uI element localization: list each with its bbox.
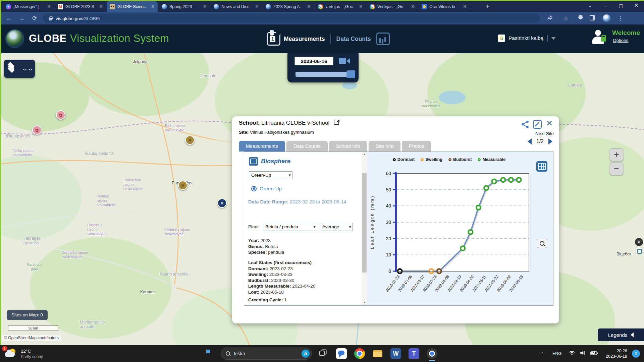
- protocol-select[interactable]: Green-Up: [249, 171, 292, 179]
- teams-icon[interactable]: T: [409, 348, 419, 359]
- map-marker-pink[interactable]: ✿: [56, 110, 65, 120]
- scrollbar-thumb[interactable]: [362, 173, 367, 273]
- date-input[interactable]: 2023-06-16: [294, 57, 333, 65]
- extensions-puzzle-icon[interactable]: [577, 15, 584, 22]
- maximize-button[interactable]: ▢: [613, 0, 629, 12]
- map-attribution[interactable]: © OpenStreetMap contributors: [2, 335, 61, 341]
- biosphere-table-icon[interactable]: [249, 157, 258, 166]
- panel-tab-photos[interactable]: Photos: [402, 141, 431, 152]
- date-slider[interactable]: [296, 72, 351, 77]
- panel-tab-school-info[interactable]: School Info: [329, 141, 368, 152]
- nav-data-counts[interactable]: Data Counts: [336, 36, 371, 43]
- panel-tab-data-counts[interactable]: Data Counts: [286, 141, 328, 152]
- nav-measurements[interactable]: Measurements: [284, 36, 325, 43]
- forward-button[interactable]: →: [17, 14, 26, 23]
- notification-badge[interactable]: 2: [632, 350, 640, 358]
- start-button[interactable]: [206, 350, 214, 358]
- sidebar-scrollbar[interactable]: ▲ ▼: [362, 152, 367, 305]
- browser-tab[interactable]: News and Disc ✕: [211, 1, 262, 12]
- bookmark-star-icon[interactable]: ☆: [562, 15, 570, 22]
- tab-close-icon[interactable]: ✕: [306, 4, 312, 9]
- browser-tab[interactable]: Vertėjas - „Go ✕: [367, 1, 418, 12]
- share-icon[interactable]: [546, 15, 553, 22]
- map-marker-olive[interactable]: ✕: [178, 181, 187, 190]
- globe-logo[interactable]: [5, 29, 24, 48]
- close-window-button[interactable]: ✕: [629, 0, 644, 12]
- file-explorer-icon[interactable]: [372, 348, 383, 359]
- taskbar-weather-widget[interactable]: 1 22°C Partly sunny: [3, 347, 43, 361]
- browser-menu-icon[interactable]: ⋮: [616, 15, 624, 22]
- address-bar[interactable]: vis.globe.gov/GLOBE/: [43, 14, 540, 23]
- keyboard-language[interactable]: ENG: [552, 351, 561, 356]
- panel-tab-site-info[interactable]: Site Info: [369, 141, 400, 152]
- map-marker-olive[interactable]: ✕: [185, 135, 195, 145]
- edit-pencil-icon[interactable]: [533, 120, 542, 129]
- map-zoom-out-button[interactable]: −: [610, 163, 623, 175]
- reload-button[interactable]: ⟳: [30, 14, 39, 23]
- battery-icon[interactable]: [590, 351, 598, 357]
- language-caret-icon[interactable]: [551, 37, 556, 40]
- lock-icon[interactable]: [49, 16, 52, 20]
- map-layers-control[interactable]: ⌄⌄: [4, 60, 35, 78]
- scroll-down-icon[interactable]: ▼: [362, 300, 367, 305]
- browser-tab[interactable]: Orai Vilnius bi ✕: [419, 1, 470, 12]
- side-panel-icon[interactable]: [590, 15, 595, 20]
- map-marker-navy[interactable]: ✕: [217, 198, 227, 208]
- browser-tab[interactable]: GLOBE 2023 S ✕: [55, 1, 106, 12]
- browser-tab[interactable]: Spring 2023 - ✕: [159, 1, 210, 12]
- browser-tab[interactable]: „Messenger" | ✕: [3, 1, 54, 12]
- chrome-icon[interactable]: [354, 348, 365, 359]
- language-select-label[interactable]: Pasirinkti kalbą: [508, 35, 543, 41]
- external-link-icon[interactable]: [334, 120, 339, 125]
- tab-close-icon[interactable]: ✕: [150, 4, 156, 9]
- tab-search-icon[interactable]: ⌄: [582, 0, 598, 12]
- aggregation-select[interactable]: Average: [320, 223, 353, 231]
- map-zoom-in-button[interactable]: +: [610, 148, 623, 161]
- tab-close-icon[interactable]: ✕: [358, 4, 364, 9]
- chart-magnifier-button[interactable]: [537, 239, 547, 248]
- tray-expand-icon[interactable]: ⌃: [541, 352, 544, 356]
- date-slider-handle[interactable]: [346, 70, 355, 78]
- legends-toggle[interactable]: Legends: [598, 328, 644, 341]
- browser-tab[interactable]: GLOBE Scienc ✕: [107, 1, 158, 12]
- scroll-up-icon[interactable]: ▲: [362, 152, 367, 157]
- greenup-radio[interactable]: [251, 186, 257, 191]
- browser-tab[interactable]: vertėjas - „Goc ✕: [315, 1, 366, 12]
- tab-close-icon[interactable]: ✕: [254, 4, 260, 9]
- prev-site-arrow[interactable]: [528, 138, 532, 144]
- plant-details: Year: 2023Genus: BetulaSpecies: pendula: [248, 238, 284, 255]
- taskbar-search[interactable]: Ieška b: [221, 348, 312, 360]
- tab-close-icon[interactable]: ✕: [46, 4, 52, 9]
- task-view-icon[interactable]: [318, 348, 329, 359]
- new-tab-button[interactable]: +: [484, 2, 492, 10]
- measurements-calendar-icon[interactable]: [267, 32, 280, 46]
- profile-avatar[interactable]: [603, 14, 610, 22]
- chat-icon[interactable]: [336, 348, 347, 359]
- minimize-button[interactable]: —: [598, 0, 613, 12]
- volume-icon[interactable]: [580, 351, 586, 357]
- animation-camera-icon[interactable]: [339, 57, 351, 65]
- plant-select[interactable]: Betula / pendula: [263, 223, 317, 231]
- chrome-active-icon[interactable]: [427, 348, 437, 359]
- share-site-icon[interactable]: [521, 120, 530, 129]
- word-icon[interactable]: W: [390, 348, 401, 359]
- browser-tab[interactable]: 2023 Spring A ✕: [263, 1, 314, 12]
- tab-close-icon[interactable]: ✕: [202, 4, 208, 9]
- back-button[interactable]: ←: [5, 14, 13, 23]
- tab-close-icon[interactable]: ✕: [410, 4, 416, 9]
- next-site-arrow[interactable]: [548, 138, 552, 144]
- tab-close-icon[interactable]: ✕: [98, 4, 104, 9]
- panel-tab-measurements[interactable]: Measurements: [239, 141, 285, 152]
- chart-data-table-icon[interactable]: [536, 161, 547, 172]
- map-marker-pink[interactable]: ✿: [32, 125, 42, 135]
- collapse-chevron-icon[interactable]: ⌄⌄: [21, 66, 33, 72]
- layers-icon[interactable]: [8, 64, 18, 73]
- tab-close-icon[interactable]: ✕: [462, 4, 468, 9]
- data-counts-chart-icon[interactable]: [376, 33, 390, 45]
- wifi-icon[interactable]: [569, 351, 575, 357]
- widget-reader-button[interactable]: [635, 247, 643, 255]
- close-panel-icon[interactable]: ✕: [545, 119, 554, 128]
- widget-close-button[interactable]: ✕: [635, 238, 643, 246]
- taskbar-clock[interactable]: 20:28 2023-06-18: [606, 348, 627, 359]
- options-link[interactable]: Options: [613, 38, 640, 43]
